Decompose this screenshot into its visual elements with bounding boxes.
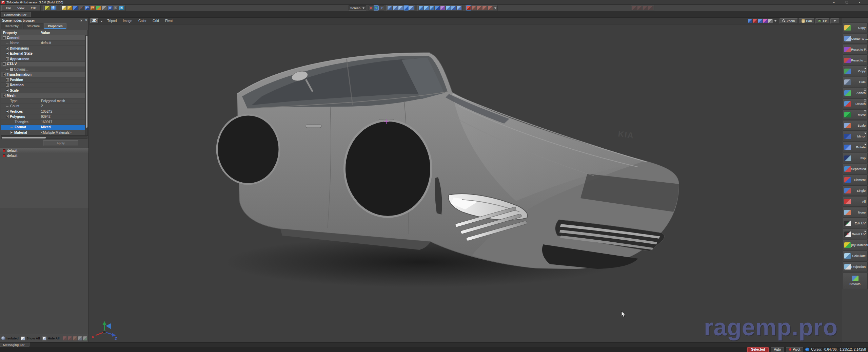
expander-icon[interactable] <box>6 47 9 50</box>
undo-icon[interactable]: ↶ <box>85 6 90 10</box>
expander-icon[interactable] <box>6 68 9 71</box>
move-down-icon[interactable] <box>68 336 72 340</box>
element-button[interactable]: Element <box>843 174 868 185</box>
snap-vertex-icon[interactable] <box>466 6 471 10</box>
snap-edge-icon[interactable] <box>472 6 476 10</box>
edit-mode-icon[interactable] <box>748 19 752 23</box>
chevron-down-icon[interactable] <box>774 20 776 22</box>
calculate-button[interactable]: Calculate <box>843 251 868 261</box>
snap-face-icon[interactable] <box>477 6 482 10</box>
expand-corner-icon[interactable] <box>864 230 866 232</box>
hide-button[interactable]: Hide <box>843 77 868 87</box>
viewport-menu-tripod[interactable]: Tripod <box>104 19 120 23</box>
checker-icon[interactable] <box>763 19 768 23</box>
single-button[interactable]: Single <box>843 185 868 196</box>
primitive-torus-icon[interactable] <box>451 6 456 10</box>
list-view-icon[interactable] <box>78 336 82 340</box>
save-icon[interactable] <box>73 6 78 10</box>
column-header-value[interactable]: Value <box>39 30 87 35</box>
expand-corner-icon[interactable] <box>864 89 866 91</box>
menu-edit[interactable]: Edit <box>28 6 39 10</box>
show-all-button[interactable]: Show All <box>26 336 40 340</box>
messaging-bar-tab[interactable]: Messaging Bar <box>0 342 29 347</box>
select-rect-icon[interactable] <box>393 6 398 10</box>
property-row[interactable]: Vertices 105242 <box>1 109 87 114</box>
expander-icon[interactable] <box>3 94 6 97</box>
texture-icon[interactable] <box>102 6 107 10</box>
pivot-mode-button[interactable]: Pivot <box>786 347 803 352</box>
property-row[interactable]: Triangles 160917 <box>1 119 87 125</box>
view-options-dropdown[interactable] <box>830 18 839 24</box>
expander-icon[interactable] <box>10 126 14 129</box>
tab-properties[interactable]: Properties <box>44 23 66 29</box>
primitive-sphere-icon[interactable] <box>446 6 451 10</box>
property-row[interactable]: Name default <box>1 41 87 46</box>
expander-icon[interactable] <box>6 89 9 92</box>
separated-button[interactable]: Separated <box>843 164 868 174</box>
open-folder-icon[interactable] <box>67 6 72 10</box>
property-row[interactable]: Rotation <box>1 83 87 88</box>
collapse-arrow-icon[interactable]: ◂ <box>100 19 103 23</box>
menu-file[interactable]: File <box>3 6 14 10</box>
screen-dropdown[interactable]: Screen <box>349 5 366 11</box>
ramp-icon[interactable] <box>768 19 773 23</box>
expander-icon[interactable] <box>6 105 9 108</box>
expander-icon[interactable] <box>6 84 9 87</box>
restore-button[interactable] <box>844 0 849 4</box>
property-row[interactable]: Material <Multiple Materials> <box>1 130 87 135</box>
material-list-item[interactable]: default <box>0 153 88 158</box>
snap-grid-icon[interactable] <box>482 6 487 10</box>
center-to-button[interactable]: Center to ... <box>843 33 868 44</box>
help-icon[interactable]: ? <box>51 6 56 10</box>
material-list-item[interactable]: default <box>0 148 88 153</box>
column-header-property[interactable]: Property <box>1 30 39 35</box>
smooth-button[interactable]: Smooth <box>843 272 868 289</box>
redo-icon[interactable]: ↷ <box>91 6 95 10</box>
reset-to-button[interactable]: Reset to ... <box>843 55 868 66</box>
isolated-toggle[interactable]: Isolated <box>6 336 19 340</box>
tab-hierarchy[interactable]: Hierarchy <box>1 23 22 29</box>
property-row[interactable]: Type Polygonal mesh <box>1 98 87 104</box>
detail-view-icon[interactable] <box>83 336 87 340</box>
chevron-down-icon[interactable] <box>494 7 496 9</box>
expand-corner-icon[interactable] <box>864 99 866 101</box>
property-row[interactable]: Mesh <box>1 93 87 99</box>
close-panel-icon[interactable]: × <box>85 19 87 22</box>
expander-icon[interactable] <box>3 36 6 39</box>
all-button[interactable]: All <box>843 196 868 207</box>
close-button[interactable]: × <box>857 0 862 4</box>
redo-history-icon[interactable]: ↻ <box>114 6 118 10</box>
horizontal-scrollbar[interactable] <box>1 136 87 139</box>
menu-view[interactable]: View <box>15 6 27 10</box>
apply-button[interactable]: Apply <box>43 140 78 146</box>
property-row[interactable]: Appearance <box>1 56 87 62</box>
expander-icon[interactable] <box>6 52 9 55</box>
delete-icon[interactable]: × <box>79 6 84 10</box>
select-arrow-icon[interactable] <box>388 6 392 10</box>
viewport-menu-grid[interactable]: Grid <box>150 19 162 23</box>
viewport-menu-color[interactable]: Color <box>135 19 150 23</box>
expander-icon[interactable] <box>3 73 6 76</box>
show-all-icon[interactable] <box>21 336 25 340</box>
property-row[interactable]: Count 2 <box>1 104 87 109</box>
hotkeys-icon[interactable] <box>45 6 50 10</box>
axis-y-button[interactable]: Y <box>374 5 379 11</box>
expand-corner-icon[interactable] <box>864 143 866 145</box>
zoom-button[interactable]: Zoom <box>780 18 797 24</box>
reload-icon[interactable]: ↻ <box>119 6 124 10</box>
property-row[interactable]: Polygons 93942 <box>1 114 87 120</box>
primitive-cone-icon[interactable] <box>424 6 429 10</box>
flip-button[interactable]: Flip <box>843 153 868 163</box>
reset-to-parent-button[interactable]: Reset to P... <box>843 44 868 55</box>
expander-icon[interactable] <box>6 115 9 118</box>
property-row[interactable]: General <box>1 35 87 41</box>
expander-icon[interactable] <box>6 99 9 103</box>
primitive-pin-icon[interactable] <box>440 6 445 10</box>
move-up-icon[interactable] <box>63 336 67 340</box>
expand-corner-icon[interactable] <box>864 67 866 69</box>
minimize-button[interactable]: – <box>831 0 836 4</box>
vertical-scrollbar[interactable] <box>85 35 87 135</box>
property-row[interactable]: Format Mixed <box>1 125 87 130</box>
fit-button[interactable]: Fit <box>815 18 829 24</box>
reset-uv-button[interactable]: × Reset UV <box>843 229 868 239</box>
